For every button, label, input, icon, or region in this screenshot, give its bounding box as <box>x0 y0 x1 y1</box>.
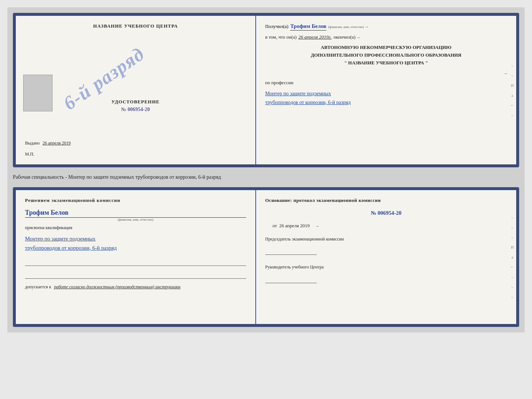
recipient-name: Трофим Белов <box>290 23 326 31</box>
protocol-date: 26 апреля 2019 <box>279 223 310 228</box>
commission-title: Решением экзаменационной комиссии <box>25 197 246 203</box>
protocol-number: № 006954-20 <box>265 210 507 216</box>
blank-line1 <box>25 259 246 266</box>
issued-date: 26 апреля 2019 <box>43 140 71 146</box>
dash3-line: – <box>265 70 507 76</box>
received-label: Получил(а) <box>265 24 288 29</box>
finished-label: окончил(а) <box>334 34 356 40</box>
in-that-label: в том, что он(а) <box>265 34 297 40</box>
assigned-label: присвоена квалификация <box>25 225 246 231</box>
top-left-title: НАЗВАНИЕ УЧЕБНОГО ЦЕНТРА <box>93 23 178 29</box>
person-name-large: Трофим Белов <box>25 209 246 218</box>
mp-line: М.П. <box>25 152 246 157</box>
profession-line1: Монтер по защите подземных <box>265 89 507 98</box>
bottom-doc-left: Решением экзаменационной комиссии Трофим… <box>16 190 256 324</box>
profession-text: Монтер по защите подземных трубопроводов… <box>265 89 507 107</box>
date-from: от 26 апреля 2019 – <box>273 223 507 229</box>
top-document: НАЗВАНИЕ УЧЕБНОГО ЦЕНТРА 6-й разряд УДОС… <box>13 13 519 167</box>
org-line1: АВТОНОМНУЮ НЕКОММЕРЧЕСКУЮ ОРГАНИЗАЦИЮ <box>265 44 507 51</box>
blank-line2 <box>25 271 246 279</box>
recipient-line: Получил(а) Трофим Белов (фамилия, имя, о… <box>265 23 507 31</box>
org-line3: " НАЗВАНИЕ УЧЕБНОГО ЦЕНТРА " <box>265 59 507 67</box>
chairman-signature-line <box>265 247 317 255</box>
top-doc-left: НАЗВАНИЕ УЧЕБНОГО ЦЕНТРА 6-й разряд УДОС… <box>16 16 256 164</box>
allowed-prefix: допускается к <box>25 284 51 289</box>
qualification-text: Монтер по защите подземных трубопроводов… <box>25 234 246 253</box>
stamp-area: 6-й разряд <box>45 38 163 119</box>
org-text: АВТОНОМНУЮ НЕКОММЕРЧЕСКУЮ ОРГАНИЗАЦИЮ ДО… <box>265 44 507 67</box>
date-prefix: от <box>273 223 277 228</box>
stamp-text: 6-й разряд <box>59 43 148 114</box>
cert-date: 26 апреля 2019г. <box>298 34 331 40</box>
issued-label: Выдано <box>25 140 40 146</box>
profession-line2: трубопроводов от коррозии, 6-й разряд <box>265 98 507 107</box>
bottom-right-edge-chars: – – – И а ← – – – <box>510 215 514 299</box>
allowed-text: допускается к работе согласно должностны… <box>25 284 246 290</box>
fio-label-top: (фамилия, имя, отчество) <box>328 25 364 29</box>
fio-label-bottom: (фамилия, имя, отчество) <box>25 218 246 221</box>
bottom-document: Решением экзаменационной комиссии Трофим… <box>13 187 519 327</box>
dash3: – <box>504 70 507 76</box>
qual-line2: трубопроводов от коррозии, 6-й разряд <box>25 243 246 253</box>
specialty-text: Рабочая специальность - Монтер по защите… <box>13 172 519 183</box>
top-doc-right: Получил(а) Трофим Белов (фамилия, имя, о… <box>256 16 516 164</box>
right-edge-chars: – – И а ← – <box>510 63 514 117</box>
basis-title: Основание: протокол экзаменационной коми… <box>265 197 507 203</box>
bottom-doc-right: Основание: протокол экзаменационной коми… <box>256 190 516 324</box>
page-container: НАЗВАНИЕ УЧЕБНОГО ЦЕНТРА 6-й разряд УДОС… <box>7 7 525 332</box>
issued-line: Выдано 26 апреля 2019 <box>25 140 246 150</box>
chairman-title: Председатель экзаменационной комиссии <box>265 236 507 242</box>
dash2: – <box>357 34 360 40</box>
profession-label: по профессии <box>265 80 507 86</box>
qual-line1: Монтер по защите подземных <box>25 234 246 244</box>
director-title: Руководитель учебного Центра <box>265 264 507 270</box>
date-line: в том, что он(а) 26 апреля 2019г. окончи… <box>265 34 507 40</box>
org-line2: ДОПОЛНИТЕЛЬНОГО ПРОФЕССИОНАЛЬНОГО ОБРАЗО… <box>265 51 507 59</box>
allowed-italic: работе согласно должностным (производств… <box>54 284 180 289</box>
director-signature-line <box>265 276 317 283</box>
dash1: – <box>366 24 368 29</box>
